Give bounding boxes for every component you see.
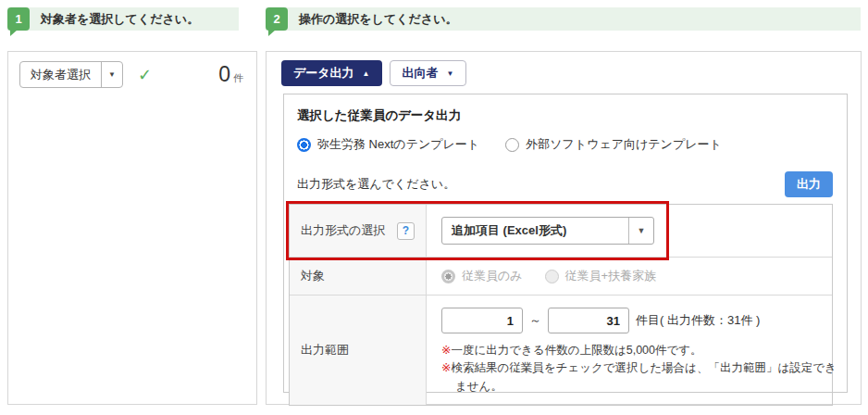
step-1-header: 1 対象者を選択してください。 (7, 7, 239, 31)
note-text: 一度に出力できる件数の上限数は5,000件です。 (451, 344, 701, 357)
format-row-label-cell: 出力形式の選択 ? (290, 205, 427, 257)
radio-employees-only: 従業員のみ (441, 268, 523, 284)
radio-selected-icon (297, 138, 311, 152)
export-button[interactable]: 出力 (785, 171, 833, 197)
note-line: ※一度に出力できる件数の上限数は5,000件です。 (441, 342, 841, 359)
format-row-body: 追加項目 (Excel形式) ▼ (427, 205, 832, 257)
step-1-label: 対象者を選択してください。 (41, 11, 199, 28)
radio-external-template[interactable]: 外部ソフトウェア向けテンプレート (505, 136, 722, 153)
chevron-down-icon[interactable]: ▼ (101, 62, 122, 87)
target-row-label: 対象 (301, 268, 325, 284)
range-separator: ～ (529, 312, 541, 329)
data-export-button-label: データ出力 (293, 65, 354, 82)
step-1-badge: 1 (7, 7, 30, 31)
step-2-badge: 2 (266, 7, 288, 31)
export-options-table: 出力形式の選択 ? 追加項目 (Excel形式) ▼ 対象 (289, 204, 833, 406)
format-select[interactable]: 追加項目 (Excel形式) ▼ (441, 217, 654, 245)
operation-panel: データ出力 ▲ 出向者 ▼ 選択した従業員のデータ出力 弥生労務 Nextのテン… (266, 51, 862, 405)
range-row-body: ～ 件目( 出力件数：31件 ) ※一度に出力できる件数の上限数は5,000件で… (427, 296, 856, 405)
format-row-label: 出力形式の選択 (301, 222, 385, 239)
data-export-button[interactable]: データ出力 ▲ (281, 60, 382, 86)
radio-employees-dependents: 従業員+扶養家族 (545, 268, 657, 284)
step-2-header: 2 操作の選択をしてください。 (266, 7, 861, 31)
radio-employees-dependents-label: 従業員+扶養家族 (565, 268, 657, 284)
target-row-body: 従業員のみ 従業員+扶養家族 (427, 258, 832, 295)
range-row-label-cell: 出力範囲 (290, 296, 427, 405)
caret-down-icon: ▼ (447, 69, 454, 78)
step-2-number: 2 (273, 12, 279, 26)
format-prompt-row: 出力形式を選んでください。 出力 (297, 171, 833, 197)
data-export-dropdown-panel: 選択した従業員のデータ出力 弥生労務 Nextのテンプレート 外部ソフトウェア向… (283, 94, 848, 393)
help-icon[interactable]: ? (397, 222, 415, 240)
caret-up-icon: ▲ (363, 69, 370, 78)
step-2-label: 操作の選択をしてください。 (299, 11, 457, 28)
radio-yayoi-template-label: 弥生労務 Nextのテンプレート (317, 136, 479, 153)
range-row-label: 出力範囲 (301, 342, 349, 358)
format-prompt: 出力形式を選んでください。 (297, 176, 455, 193)
range-inputs-line: ～ 件目( 出力件数：31件 ) (441, 308, 841, 333)
target-row-label-cell: 対象 (290, 258, 427, 295)
range-from-input[interactable] (441, 308, 523, 333)
radio-yayoi-template[interactable]: 弥生労務 Nextのテンプレート (297, 136, 479, 153)
selected-count: 0 件 (218, 62, 243, 87)
target-selection-panel: 対象者選択 ▼ ✓ 0 件 (7, 51, 257, 405)
data-export-screen: 1 対象者を選択してください。 2 操作の選択をしてください。 対象者選択 ▼ … (0, 0, 868, 415)
range-notes: ※一度に出力できる件数の上限数は5,000件です。 ※検索結果の従業員をチェック… (441, 342, 841, 396)
secondment-button-label: 出向者 (403, 65, 439, 82)
secondment-button[interactable]: 出向者 ▼ (390, 60, 467, 86)
selected-count-value: 0 (218, 62, 230, 87)
target-row: 対象 従業員のみ 従業員+扶養家族 (290, 258, 832, 296)
step-1-number: 1 (15, 12, 21, 26)
note-text: 検索結果の従業員をチェックで選択した場合は、「出力範囲」は設定できません。 (451, 361, 836, 392)
radio-external-template-label: 外部ソフトウェア向けテンプレート (526, 136, 722, 153)
target-selection-toolbar: 対象者選択 ▼ ✓ 0 件 (8, 52, 256, 97)
range-row: 出力範囲 ～ 件目( 出力件数：31件 ) ※一度に出力できる件数の上限数は5,… (290, 296, 832, 405)
range-suffix: 件目( 出力件数：31件 ) (636, 312, 760, 329)
operation-buttons: データ出力 ▲ 出向者 ▼ (281, 60, 466, 86)
export-heading: 選択した従業員のデータ出力 (297, 107, 833, 124)
radio-employees-only-label: 従業員のみ (462, 268, 523, 284)
select-caret-down-icon[interactable]: ▼ (628, 218, 653, 244)
radio-unselected-icon (505, 138, 519, 152)
format-row: 出力形式の選択 ? 追加項目 (Excel形式) ▼ (290, 205, 832, 258)
note-marker-icon: ※ (441, 361, 451, 374)
radio-disabled-unselected-icon (545, 270, 559, 283)
format-select-value: 追加項目 (Excel形式) (442, 218, 628, 244)
note-marker-icon: ※ (441, 344, 451, 357)
radio-disabled-selected-icon (441, 270, 455, 283)
selected-count-unit: 件 (233, 71, 243, 85)
target-select-button-label: 対象者選択 (20, 62, 101, 87)
target-select-button[interactable]: 対象者選択 ▼ (19, 61, 123, 88)
range-to-input[interactable] (548, 308, 629, 333)
check-icon: ✓ (138, 65, 152, 85)
note-line: ※検索結果の従業員をチェックで選択した場合は、「出力範囲」は設定できません。 (441, 359, 841, 396)
template-radio-group: 弥生労務 Nextのテンプレート 外部ソフトウェア向けテンプレート (297, 136, 833, 153)
